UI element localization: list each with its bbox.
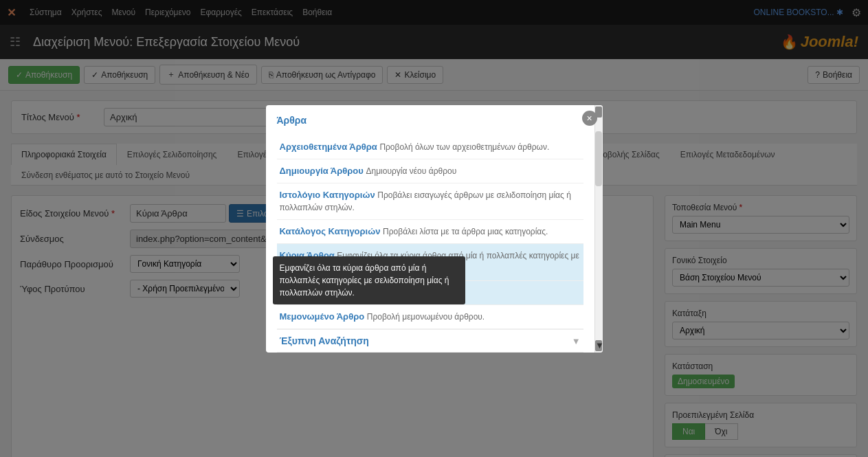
modal-close-button[interactable]: ×: [582, 111, 597, 126]
smart-search-collapse[interactable]: Έξυπνη Αναζήτηση ▼: [277, 329, 583, 352]
modal-content: Άρθρα Αρχειοθετημένα Άρθρα Προβολή όλων …: [266, 105, 594, 353]
tooltip-text: Εμφανίζει όλα τα κύρια άρθρα από μία ή π…: [280, 263, 449, 298]
modal-section-header[interactable]: Άρθρα: [277, 115, 583, 129]
single-link[interactable]: Μεμονωμένο Άρθρο: [280, 311, 365, 322]
modal: × Άρθρα Αρχειοθετημένα Άρθρα Προβολή όλω…: [266, 105, 603, 353]
blog-link[interactable]: Ιστολόγιο Κατηγοριών: [280, 190, 375, 200]
tooltip: Εμφανίζει όλα τα κύρια άρθρα από μία ή π…: [273, 256, 465, 304]
modal-item-create[interactable]: Δημιουργία Άρθρου Δημιουργία νέου άρθρου: [277, 159, 583, 183]
catalog-link[interactable]: Κατάλογος Κατηγοριών: [280, 226, 381, 236]
modal-item-blog[interactable]: Ιστολόγιο Κατηγοριών Προβάλει εισαγωγές …: [277, 183, 583, 220]
create-link[interactable]: Δημιουργία Άρθρου: [280, 166, 364, 176]
single-desc: Προβολή μεμονωμένου άρθρου.: [367, 312, 485, 322]
modal-item-catalog[interactable]: Κατάλογος Κατηγοριών Προβάλει λίστα με τ…: [277, 220, 583, 244]
modal-item-single[interactable]: Μεμονωμένο Άρθρο Προβολή μεμονωμένου άρθ…: [277, 305, 583, 329]
modal-overlay: × Άρθρα Αρχειοθετημένα Άρθρα Προβολή όλω…: [0, 0, 868, 457]
archived-link[interactable]: Αρχειοθετημένα Άρθρα: [280, 142, 377, 152]
archived-desc: Προβολή όλων των αρχειοθετημένων άρθρων.: [379, 142, 549, 152]
scrollbar-thumb[interactable]: [595, 131, 602, 186]
catalog-desc: Προβάλει λίστα με τα άρθρα μιας κατηγορί…: [383, 227, 548, 236]
modal-scrollbar[interactable]: ▼: [594, 105, 603, 353]
modal-scroll-container: Άρθρα Αρχειοθετημένα Άρθρα Προβολή όλων …: [266, 105, 603, 353]
smart-search-label: Έξυπνη Αναζήτηση: [280, 335, 369, 346]
modal-item-archived[interactable]: Αρχειοθετημένα Άρθρα Προβολή όλων των αρ…: [277, 135, 583, 159]
chevron-down-icon: ▼: [572, 336, 581, 346]
create-desc: Δημιουργία νέου άρθρου: [366, 166, 457, 176]
